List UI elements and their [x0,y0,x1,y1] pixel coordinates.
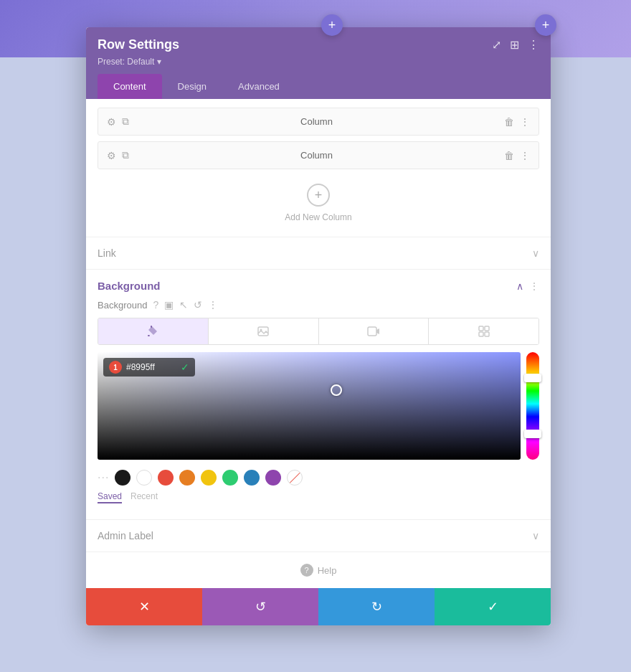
saved-tab-recent[interactable]: Recent [131,491,158,503]
background-header: Background ∧ ⋮ [98,280,539,292]
column-delete-icon-1[interactable]: 🗑 [504,116,514,128]
swatch-white[interactable] [136,470,152,486]
background-cursor-icon[interactable]: ↖ [179,299,188,311]
video-icon [367,325,380,338]
modal-tabs: Content Design Advanced [98,74,539,99]
type-tab-color[interactable] [98,318,209,344]
hex-confirm-icon[interactable]: ✓ [181,361,189,373]
background-controls-row: Background ? ▣ ↖ ↺ ⋮ [98,299,539,311]
hue-slider[interactable] [526,352,539,460]
background-section: Background ∧ ⋮ Background ? ▣ ↖ ↺ ⋮ [86,269,551,519]
type-tab-video[interactable] [319,318,430,344]
column-row-1: ⚙ ⧉ Column 🗑 ⋮ [98,108,539,136]
undo-button[interactable]: ↺ [202,588,318,625]
add-column-button[interactable]: + [307,184,330,207]
modal-title: Row Settings [98,37,179,52]
column-gear-icon-1[interactable]: ⚙ [107,116,116,128]
background-label: Background [98,300,147,311]
swatch-yellow[interactable] [201,470,217,486]
svg-rect-5 [485,326,489,331]
column-label-2: Column [129,150,504,161]
type-tab-pattern[interactable] [429,318,539,344]
background-header-right: ∧ ⋮ [516,280,539,292]
modal-header-icons: ⤢ ⊞ ⋮ [492,38,539,52]
column-label-1: Column [129,116,504,127]
swatch-clear[interactable] [287,470,303,486]
help-label: Help [318,565,337,576]
column-gear-icon-2[interactable]: ⚙ [107,150,116,161]
saved-colors-row: ··· [98,467,539,488]
add-top-center[interactable]: + [321,14,343,36]
column-copy-icon-2[interactable]: ⧉ [122,149,129,161]
column-row-2-right: 🗑 ⋮ [504,150,530,161]
link-chevron: ∨ [532,247,539,259]
background-chevron[interactable]: ∧ [516,280,523,292]
alpha-slider-thumb [524,430,541,438]
resize-icon[interactable]: ⤢ [492,38,501,52]
swatch-purple[interactable] [265,470,281,486]
hex-input-overlay: 1 ✓ [103,358,195,377]
modal-body: ⚙ ⧉ Column 🗑 ⋮ ⚙ ⧉ Column [86,99,551,625]
add-column-label: Add New Column [285,212,351,222]
admin-label-header[interactable]: Admin Label ∨ [98,530,539,541]
preset-arrow: ▾ [157,57,161,67]
help-link[interactable]: ? Help [300,564,337,577]
admin-label-section: Admin Label ∨ [86,519,551,552]
column-more-icon-1[interactable]: ⋮ [520,116,530,128]
column-row-1-left: ⚙ ⧉ [107,115,129,128]
swatch-black[interactable] [115,470,131,486]
admin-label-chevron: ∨ [532,530,539,541]
hex-input[interactable] [126,362,176,372]
admin-label-title: Admin Label [98,530,153,541]
tab-content[interactable]: Content [98,74,162,99]
background-undo-icon[interactable]: ↺ [194,299,202,311]
background-type-tabs [98,318,539,345]
link-section: Link ∨ [86,237,551,269]
column-delete-icon-2[interactable]: 🗑 [504,150,514,161]
tab-advanced[interactable]: Advanced [222,74,295,99]
redo-button[interactable]: ↻ [318,588,435,625]
hex-badge-number: 1 [109,361,122,374]
modal-header: Row Settings ⤢ ⊞ ⋮ Preset: Default ▾ Con… [86,27,551,99]
swatch-blue[interactable] [244,470,260,486]
modal-title-row: Row Settings ⤢ ⊞ ⋮ [98,37,539,52]
column-row-2: ⚙ ⧉ Column 🗑 ⋮ [98,141,539,169]
plus-icon-center[interactable]: + [321,14,343,36]
link-header[interactable]: Link ∨ [98,247,539,259]
help-section: ? Help [86,552,551,588]
svg-rect-6 [479,332,483,336]
swatch-green[interactable] [222,470,238,486]
modal-footer: ✕ ↺ ↻ ✓ [86,588,551,625]
layout-icon[interactable]: ⊞ [510,38,519,52]
help-icon: ? [300,564,313,577]
cancel-button[interactable]: ✕ [86,588,202,625]
saved-tabs-row: Saved Recent [98,491,539,503]
image-icon [257,325,270,338]
add-top-right[interactable]: + [535,14,556,36]
background-more-icon[interactable]: ⋮ [208,299,218,311]
background-more-dots[interactable]: ⋮ [529,280,539,292]
color-picker-wrapper[interactable]: 1 ✓ [98,352,539,460]
column-copy-icon-1[interactable]: ⧉ [122,115,129,128]
saved-tab-saved[interactable]: Saved [98,491,122,503]
modal-preset[interactable]: Preset: Default ▾ [98,57,539,67]
column-more-icon-2[interactable]: ⋮ [520,150,530,161]
background-mobile-icon[interactable]: ▣ [164,299,174,311]
svg-rect-4 [479,326,483,331]
swatch-red[interactable] [158,470,174,486]
background-title: Background [98,280,161,292]
colors-menu-dots[interactable]: ··· [98,471,109,484]
background-help-icon[interactable]: ? [153,299,158,311]
add-column-section: + Add New Column [86,175,551,237]
swatch-orange[interactable] [179,470,195,486]
svg-rect-3 [368,327,376,336]
type-tab-image[interactable] [209,318,319,344]
column-row-2-left: ⚙ ⧉ [107,149,129,161]
more-icon[interactable]: ⋮ [528,38,539,52]
tab-design[interactable]: Design [162,74,222,99]
row-settings-modal: Row Settings ⤢ ⊞ ⋮ Preset: Default ▾ Con… [86,27,551,625]
svg-rect-7 [485,332,489,336]
save-button[interactable]: ✓ [435,588,551,625]
paint-bucket-icon [146,325,159,338]
plus-icon-right[interactable]: + [535,14,556,36]
